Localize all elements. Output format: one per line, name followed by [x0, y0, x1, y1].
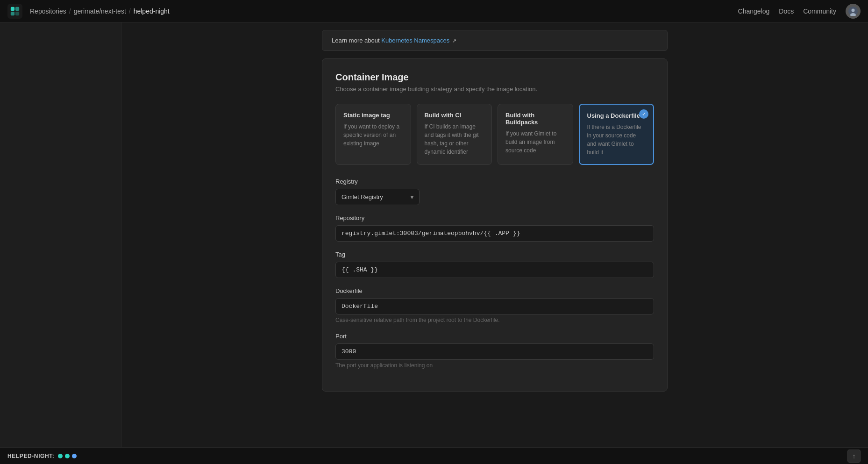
strategy-static-title: Static image tag	[343, 112, 403, 119]
repository-input[interactable]	[335, 225, 654, 242]
external-link-icon: ↗	[452, 38, 456, 43]
user-avatar[interactable]	[846, 4, 861, 19]
strategy-dockerfile[interactable]: ✓ Using a Dockerfile If there is a Docke…	[579, 104, 655, 165]
dockerfile-group: Dockerfile Case-sensitive relative path …	[335, 287, 654, 323]
app-logo[interactable]	[7, 4, 22, 19]
tag-label: Tag	[335, 251, 654, 258]
status-bar-right: ↑	[847, 450, 861, 463]
strategy-ci-desc: If CI builds an image and tags it with t…	[425, 122, 484, 156]
breadcrumb-current: helped-night	[134, 7, 170, 15]
dockerfile-hint: Case-sensitive relative path from the pr…	[335, 317, 654, 323]
dockerfile-label: Dockerfile	[335, 287, 654, 294]
dockerfile-input[interactable]	[335, 298, 654, 314]
registry-select-wrap: Gimlet Registry Docker Hub GCR ECR ▼	[335, 189, 420, 205]
breadcrumb-sep-1: /	[69, 7, 71, 15]
port-label: Port	[335, 333, 654, 340]
changelog-link[interactable]: Changelog	[738, 7, 770, 15]
selected-check-icon: ✓	[639, 109, 648, 119]
port-input[interactable]	[335, 343, 654, 360]
strategy-ci[interactable]: Build with CI If CI builds an image and …	[417, 104, 492, 165]
status-dot-1	[58, 454, 63, 458]
svg-rect-3	[15, 11, 19, 15]
status-dot-3	[72, 454, 77, 458]
strategy-static[interactable]: Static image tag If you want to deploy a…	[335, 104, 411, 165]
community-link[interactable]: Community	[803, 7, 836, 15]
strategy-buildpacks-title: Build with Buildpacks	[505, 112, 565, 126]
breadcrumb-sep-2: /	[129, 7, 131, 15]
topnav: Repositories / gerimate/next-test / help…	[0, 0, 868, 22]
tag-input[interactable]	[335, 262, 654, 278]
svg-rect-2	[11, 11, 14, 15]
strategy-dockerfile-title: Using a Dockerfile	[587, 112, 646, 119]
strategy-static-desc: If you want to deploy a specific version…	[343, 122, 403, 148]
breadcrumb-repositories[interactable]: Repositories	[30, 7, 66, 15]
strategy-dockerfile-desc: If there is a Dockerfile in your source …	[587, 123, 646, 157]
port-group: Port The port your application is listen…	[335, 333, 654, 369]
sidebar	[0, 22, 121, 464]
registry-label: Registry	[335, 178, 654, 185]
port-hint: The port your application is listening o…	[335, 362, 654, 369]
strategy-grid: Static image tag If you want to deploy a…	[335, 104, 654, 165]
strategy-ci-title: Build with CI	[425, 112, 484, 119]
registry-select[interactable]: Gimlet Registry Docker Hub GCR ECR	[335, 189, 420, 205]
topnav-right: Changelog Docs Community	[738, 4, 861, 19]
svg-rect-1	[15, 7, 19, 10]
card-subtitle: Choose a container image building strate…	[335, 86, 654, 93]
strategy-buildpacks[interactable]: Build with Buildpacks If you want Gimlet…	[498, 104, 573, 165]
layout: Learn more about Kubernetes Namespaces ↗…	[0, 22, 868, 464]
kubernetes-namespaces-link[interactable]: Kubernetes Namespaces	[381, 37, 449, 44]
container-image-card: Container Image Choose a container image…	[322, 58, 668, 392]
repository-group: Repository	[335, 214, 654, 242]
docs-link[interactable]: Docs	[779, 7, 794, 15]
breadcrumb: Repositories / gerimate/next-test / help…	[30, 7, 738, 15]
status-app-name: HELPED-NIGHT:	[7, 453, 54, 459]
status-dots	[58, 454, 77, 458]
registry-group: Registry Gimlet Registry Docker Hub GCR …	[335, 178, 654, 205]
upload-button[interactable]: ↑	[847, 450, 861, 463]
status-dot-2	[65, 454, 70, 458]
banner-text: Learn more about	[332, 37, 381, 44]
svg-point-5	[852, 8, 855, 12]
strategy-buildpacks-desc: If you want Gimlet to build an image fro…	[505, 129, 565, 155]
main-content: Learn more about Kubernetes Namespaces ↗…	[121, 22, 868, 464]
svg-rect-0	[11, 7, 14, 10]
breadcrumb-repo[interactable]: gerimate/next-test	[74, 7, 126, 15]
tag-group: Tag	[335, 251, 654, 278]
repository-label: Repository	[335, 214, 654, 221]
info-banner: Learn more about Kubernetes Namespaces ↗	[322, 30, 668, 51]
card-title: Container Image	[335, 72, 654, 83]
status-bar: HELPED-NIGHT: ↑	[0, 447, 868, 464]
